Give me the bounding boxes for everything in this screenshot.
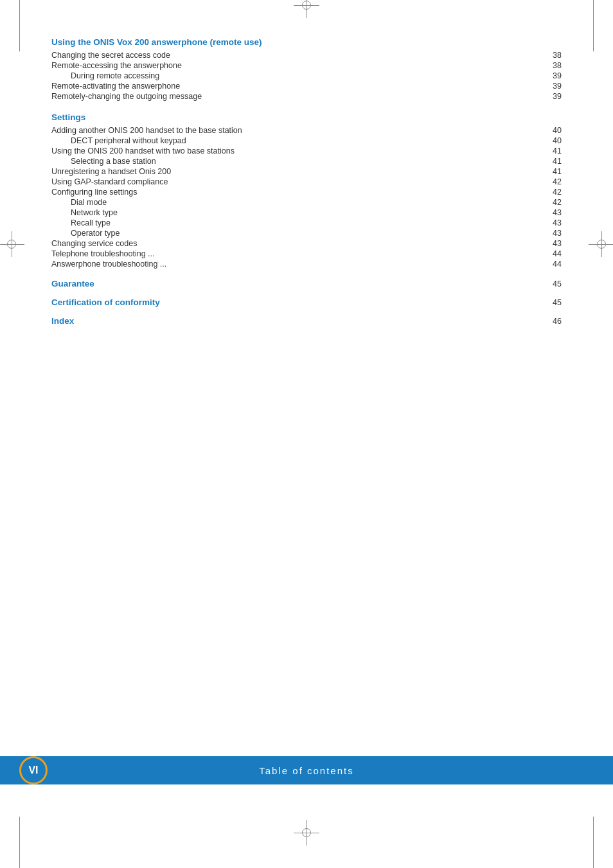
crop-mark-right-bottom [593, 817, 594, 868]
settings-entry-10: Operator type 43 [51, 229, 562, 238]
settings-entry-1: DECT peripheral without keypad 40 [51, 136, 562, 145]
index-entry: Index 46 [51, 316, 562, 326]
toc-content: Using the ONIS Vox 200 answerphone (remo… [51, 26, 562, 327]
settings-entry-12: Telephone troubleshooting ... 44 [51, 249, 562, 258]
toc-entry-3: During remote accessing 39 [51, 71, 562, 80]
settings-entry-3: Selecting a base station 41 [51, 157, 562, 166]
answerphone-section: Using the ONIS Vox 200 answerphone (remo… [51, 37, 562, 101]
toc-entry-4: Remote-activating the answerphone 39 [51, 82, 562, 91]
index-section: Index 46 [51, 316, 562, 326]
banner-roman-numeral: VI [28, 765, 38, 776]
certification-section: Certification of conformity 45 [51, 297, 562, 307]
settings-section: Settings Adding another ONIS 200 handset… [51, 112, 562, 269]
settings-entry-7: Dial mode 42 [51, 198, 562, 207]
settings-entry-2: Using the ONIS 200 handset with two base… [51, 146, 562, 155]
certification-entry: Certification of conformity 45 [51, 297, 562, 307]
crop-mark-left-bottom [19, 817, 20, 868]
settings-entry-6: Configuring line settings 42 [51, 188, 562, 197]
settings-heading: Settings [51, 112, 562, 122]
answerphone-heading: Using the ONIS Vox 200 answerphone (remo… [51, 37, 562, 47]
settings-entry-11: Changing service codes 43 [51, 239, 562, 248]
settings-entry-9: Recall type 43 [51, 218, 562, 227]
settings-entry-8: Network type 43 [51, 208, 562, 217]
guarantee-section: Guarantee 45 [51, 279, 562, 288]
bottom-banner: VI Table of contents [0, 756, 613, 784]
settings-entry-13: Answerphone troubleshooting ... 44 [51, 260, 562, 269]
crop-mark-left-top [19, 0, 20, 51]
banner-text: Table of contents [259, 765, 353, 776]
toc-entry-1: Changing the secret access code 38 [51, 51, 562, 60]
toc-entry-5: Remotely-changing the outgoing message 3… [51, 92, 562, 101]
toc-entry-2: Remote-accessing the answerphone 38 [51, 61, 562, 70]
settings-entry-0: Adding another ONIS 200 handset to the b… [51, 126, 562, 135]
settings-entry-5: Using GAP-standard compliance 42 [51, 177, 562, 186]
settings-entry-4: Unregistering a handset Onis 200 41 [51, 167, 562, 176]
page: Using the ONIS Vox 200 answerphone (remo… [0, 0, 613, 868]
crop-mark-right-top [593, 0, 594, 51]
banner-circle: VI [19, 756, 48, 784]
guarantee-entry: Guarantee 45 [51, 279, 562, 288]
